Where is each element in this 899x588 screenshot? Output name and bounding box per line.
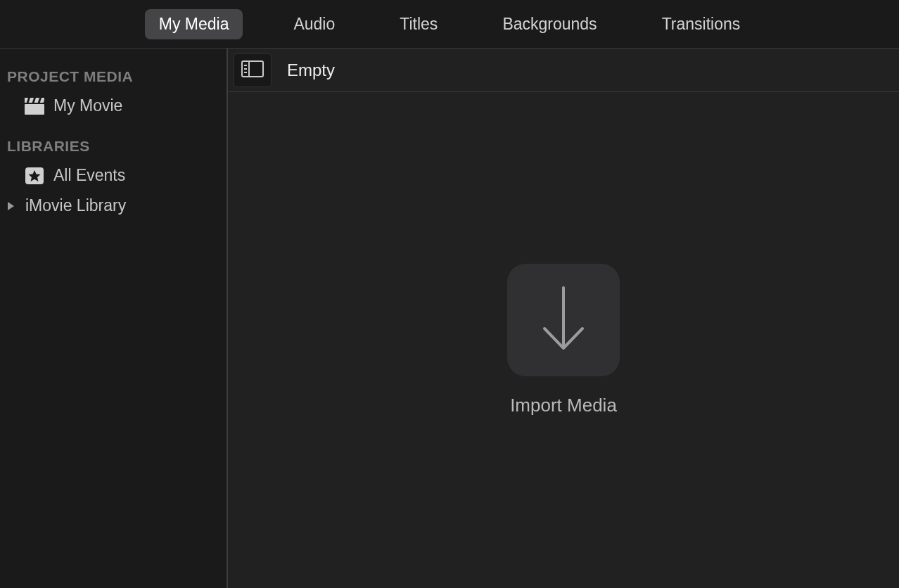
tab-my-media[interactable]: My Media bbox=[145, 9, 243, 39]
sidebar-item-label: My Movie bbox=[53, 96, 122, 115]
import-media-label: Import Media bbox=[510, 395, 617, 416]
sidebar-item-all-events[interactable]: All Events bbox=[0, 160, 227, 191]
import-media-button[interactable] bbox=[507, 264, 620, 376]
svg-rect-0 bbox=[25, 104, 44, 115]
content-body: Import Media bbox=[228, 92, 899, 588]
content-area: Empty Import Media bbox=[228, 49, 899, 588]
sidebar: PROJECT MEDIA My Movie LIBRARIES bbox=[0, 49, 228, 588]
clapperboard-icon bbox=[24, 97, 45, 115]
content-header: Empty bbox=[228, 49, 899, 92]
main-area: PROJECT MEDIA My Movie LIBRARIES bbox=[0, 49, 899, 588]
tab-audio[interactable]: Audio bbox=[279, 9, 349, 39]
section-header-libraries: LIBRARIES bbox=[0, 131, 227, 160]
svg-rect-3 bbox=[34, 98, 39, 103]
tab-backgrounds[interactable]: Backgrounds bbox=[488, 9, 611, 39]
sidebar-toggle-button[interactable] bbox=[234, 53, 272, 87]
star-icon bbox=[24, 167, 45, 185]
svg-rect-4 bbox=[40, 98, 44, 103]
content-title: Empty bbox=[287, 60, 335, 80]
section-header-project-media: PROJECT MEDIA bbox=[0, 61, 227, 91]
arrow-down-icon bbox=[539, 285, 588, 355]
sidebar-panel-icon bbox=[241, 60, 264, 80]
disclosure-triangle-icon[interactable] bbox=[4, 201, 17, 211]
svg-rect-2 bbox=[29, 98, 34, 103]
svg-marker-7 bbox=[8, 202, 14, 210]
sidebar-item-my-movie[interactable]: My Movie bbox=[0, 91, 227, 121]
sidebar-item-label: All Events bbox=[53, 166, 125, 185]
sidebar-item-imovie-library[interactable]: iMovie Library bbox=[0, 191, 227, 221]
sidebar-item-label: iMovie Library bbox=[25, 196, 126, 215]
media-browser-tabs: My Media Audio Titles Backgrounds Transi… bbox=[0, 0, 899, 49]
tab-transitions[interactable]: Transitions bbox=[648, 9, 755, 39]
svg-rect-1 bbox=[25, 98, 28, 103]
tab-titles[interactable]: Titles bbox=[385, 9, 452, 39]
